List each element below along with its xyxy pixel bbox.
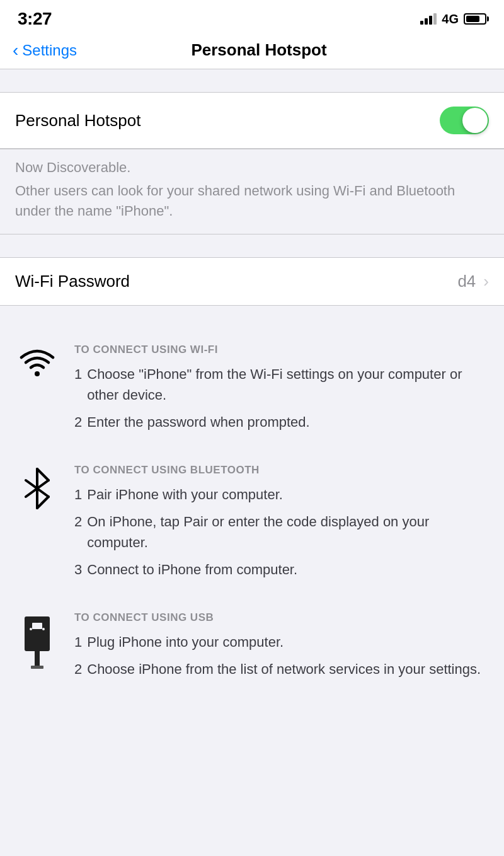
svg-point-8	[30, 628, 32, 630]
usb-icon	[15, 611, 59, 671]
wifi-step-1-text: Choose "iPhone" from the Wi-Fi settings …	[87, 364, 489, 405]
wifi-password-value: d4	[457, 272, 476, 291]
status-time: 3:27	[18, 9, 52, 29]
wifi-step-1: 1 Choose "iPhone" from the Wi-Fi setting…	[74, 364, 489, 405]
wifi-instruction-content: TO CONNECT USING WI-FI 1 Choose "iPhone"…	[74, 344, 489, 439]
status-icons: 4G	[420, 12, 486, 26]
signal-icon	[420, 13, 437, 25]
status-bar: 3:27 4G	[0, 0, 504, 34]
section-gap-instructions	[0, 306, 504, 328]
back-label: Settings	[22, 42, 77, 59]
bt-step-1: 1 Pair iPhone with your computer.	[74, 484, 489, 505]
svg-rect-6	[25, 616, 50, 651]
hotspot-toggle-row: Personal Hotspot	[0, 92, 504, 149]
battery-icon	[464, 13, 486, 25]
svg-point-9	[42, 628, 45, 630]
page-title: Personal Hotspot	[77, 40, 441, 60]
svg-rect-11	[31, 666, 43, 669]
wifi-step-2-text: Enter the password when prompted.	[87, 412, 489, 432]
discoverable-desc: Other users can look for your shared net…	[15, 181, 489, 221]
usb-step-2-text: Choose iPhone from the list of network s…	[87, 659, 489, 680]
wifi-step-1-num: 1	[74, 364, 82, 405]
usb-step-1-text: Plug iPhone into your computer.	[87, 632, 489, 652]
bt-step-2-text: On iPhone, tap Pair or enter the code di…	[87, 511, 489, 553]
bt-step-3-num: 3	[74, 559, 82, 580]
wifi-icon	[15, 344, 59, 378]
usb-heading: TO CONNECT USING USB	[74, 611, 489, 624]
wifi-heading: TO CONNECT USING WI-FI	[74, 344, 489, 356]
section-gap-mid	[0, 234, 504, 257]
wifi-step-2-num: 2	[74, 412, 82, 432]
usb-step-2-num: 2	[74, 659, 82, 680]
nav-bar: ‹ Settings Personal Hotspot	[0, 34, 504, 69]
usb-step-1-num: 1	[74, 632, 82, 652]
back-chevron-icon: ‹	[13, 42, 18, 59]
chevron-right-icon: ›	[483, 272, 489, 291]
network-type: 4G	[442, 12, 459, 26]
toggle-knob	[462, 108, 488, 133]
bt-step-3: 3 Connect to iPhone from computer.	[74, 559, 489, 580]
svg-line-4	[37, 497, 49, 508]
section-gap-top	[0, 69, 504, 92]
back-button[interactable]: ‹ Settings	[13, 42, 77, 59]
usb-instruction-block: TO CONNECT USING USB 1 Plug iPhone into …	[15, 611, 489, 686]
discoverable-title: Now Discoverable.	[15, 159, 489, 176]
bt-step-2: 2 On iPhone, tap Pair or enter the code …	[74, 511, 489, 553]
bt-step-1-num: 1	[74, 484, 82, 505]
bt-step-2-num: 2	[74, 511, 82, 553]
bt-step-3-text: Connect to iPhone from computer.	[87, 559, 489, 580]
wifi-password-label: Wi-Fi Password	[15, 272, 457, 291]
wifi-instruction-block: TO CONNECT USING WI-FI 1 Choose "iPhone"…	[15, 344, 489, 439]
bluetooth-instruction-block: TO CONNECT USING BLUETOOTH 1 Pair iPhone…	[15, 464, 489, 586]
svg-line-2	[37, 469, 49, 480]
bluetooth-instruction-content: TO CONNECT USING BLUETOOTH 1 Pair iPhone…	[74, 464, 489, 586]
usb-step-2: 2 Choose iPhone from the list of network…	[74, 659, 489, 680]
discoverable-section: Now Discoverable. Other users can look f…	[0, 149, 504, 234]
wifi-step-2: 2 Enter the password when prompted.	[74, 412, 489, 432]
svg-point-0	[35, 371, 40, 376]
svg-rect-7	[32, 623, 42, 629]
bluetooth-icon	[15, 464, 59, 511]
wifi-password-row[interactable]: Wi-Fi Password d4 ›	[0, 257, 504, 306]
bt-step-1-text: Pair iPhone with your computer.	[87, 484, 489, 505]
usb-instruction-content: TO CONNECT USING USB 1 Plug iPhone into …	[74, 611, 489, 686]
hotspot-toggle[interactable]	[440, 107, 489, 134]
usb-step-1: 1 Plug iPhone into your computer.	[74, 632, 489, 652]
bluetooth-heading: TO CONNECT USING BLUETOOTH	[74, 464, 489, 477]
hotspot-label: Personal Hotspot	[15, 111, 440, 130]
instructions-section: TO CONNECT USING WI-FI 1 Choose "iPhone"…	[0, 328, 504, 686]
